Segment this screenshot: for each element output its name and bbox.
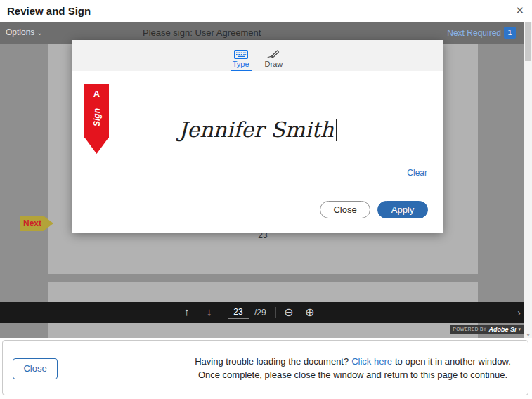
click-here-link[interactable]: Click here: [351, 356, 392, 367]
next-required-button[interactable]: Next Required: [447, 28, 501, 38]
page-total-label: /29: [254, 308, 266, 318]
scrollbar-thumb[interactable]: [525, 22, 531, 61]
previous-page-button[interactable]: ↑: [184, 306, 190, 318]
footer-close-button[interactable]: Close: [13, 358, 58, 379]
footer-help-text: Having trouble loading the document?Clic…: [185, 355, 521, 381]
vertical-scrollbar[interactable]: ⌄: [524, 22, 532, 338]
signature-apply-button[interactable]: Apply: [377, 201, 428, 218]
toolbar-divider: [275, 307, 276, 318]
tab-type[interactable]: Type: [231, 40, 252, 71]
document-title: Please sign: User Agreement: [143, 27, 261, 38]
scrollbar-down-arrow-icon[interactable]: ⌄: [524, 331, 532, 337]
options-label: Options: [6, 27, 34, 37]
tab-draw-label: Draw: [265, 60, 283, 68]
text-cursor: [336, 119, 337, 141]
keyboard-icon: [234, 48, 248, 60]
caret-down-icon: ▾: [518, 327, 521, 332]
clear-signature-link[interactable]: Clear: [407, 168, 427, 178]
chevron-right-icon[interactable]: ›: [517, 307, 521, 318]
options-menu-button[interactable]: Options⌄: [6, 27, 43, 37]
next-required-count-badge: 1: [504, 27, 516, 39]
adobe-logo-icon: A: [84, 89, 109, 99]
signature-dialog: Type Draw A Sign Jennifer Smith Clear Cl…: [72, 40, 443, 233]
pen-icon: [266, 48, 280, 60]
signature-value: Jennifer Smith: [179, 117, 334, 142]
tab-type-label: Type: [233, 60, 249, 68]
dialog-title: Review and Sign: [7, 5, 91, 17]
dialog-titlebar: Review and Sign ✕: [0, 0, 532, 22]
footer-second-line: Once complete, please close the window a…: [185, 368, 521, 381]
trouble-text: Having trouble loading the document?: [195, 356, 349, 367]
page-number-input[interactable]: 23: [228, 306, 249, 319]
chevron-down-icon: ⌄: [37, 29, 42, 37]
tab-draw[interactable]: Draw: [263, 40, 285, 71]
powered-by-label: POWERED BY: [453, 327, 486, 332]
zoom-in-button[interactable]: ⊕: [305, 306, 314, 319]
signature-baseline: [72, 157, 443, 157]
zoom-out-button[interactable]: ⊖: [284, 306, 293, 319]
footer-panel: Close Having trouble loading the documen…: [2, 340, 528, 395]
close-icon[interactable]: ✕: [515, 4, 524, 17]
powered-by-brand: Adobe Si: [488, 326, 516, 333]
page-footer: Close Having trouble loading the documen…: [0, 338, 532, 399]
signature-close-button[interactable]: Close: [320, 201, 370, 218]
signature-text-field[interactable]: Jennifer Smith: [72, 117, 443, 142]
pdf-navigation-toolbar: ↑ ↓ 23 /29 ⊖ ⊕ ›: [0, 302, 524, 323]
after-link-text: to open it in another window.: [395, 356, 511, 367]
powered-by-badge[interactable]: POWERED BY Adobe Si ▾: [450, 325, 524, 334]
signature-tabbar: Type Draw: [72, 40, 443, 71]
next-page-button[interactable]: ↓: [207, 306, 212, 318]
review-and-sign-window: Review and Sign ✕ Options⌄ Please sign: …: [0, 0, 532, 399]
